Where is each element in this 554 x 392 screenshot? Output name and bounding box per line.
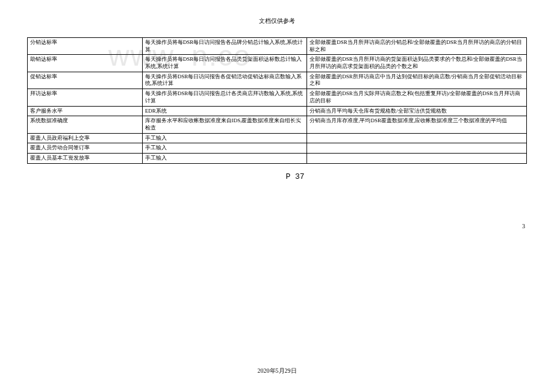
page-number: 3 — [522, 223, 525, 229]
table-row: 覆盖人员政府福利上交率手工输入 — [28, 133, 527, 143]
table-cell: 每天操作员将每DSR每日访问报告各品类货架面积达标数总计输入系统,系统计算 — [142, 55, 307, 72]
table-row: 助销达标率每天操作员将每DSR每日访问报告各品类货架面积达标数总计输入系统,系统… — [28, 55, 527, 72]
table-row: 覆盖人员劳动合同签订率手工输入 — [28, 143, 527, 154]
table-cell: 库存服务水平和应收帐数据准度来自IDS,覆盖数据准度来自组长实检查 — [142, 116, 307, 133]
table-cell: 全部做覆盖的DSR当月实际拜访商店数之和(包括重复拜访)/全部做覆盖的DSR当月… — [307, 89, 527, 106]
table-cell: EDR系统 — [142, 106, 307, 116]
table-cell: 覆盖人员基本工资发放率 — [28, 153, 143, 163]
table-cell: 全部做覆盖的DSR所拜访商店中当月达到促销目标的商店数/分销商当月全部促销活动目… — [307, 72, 527, 89]
table-cell: 系统数据准确度 — [28, 116, 143, 133]
table-cell — [307, 133, 527, 143]
table-cell: 分销商当月库存准度,平均DSR覆盖数据准度,应收帐数据准度三个数据准度的平均值 — [307, 116, 527, 133]
table-cell: 每天操作员将DSR每日访问报告总计各类商店拜访数输入系统,系统计算 — [142, 89, 307, 106]
date-footer: 2020年5月29日 — [0, 367, 554, 375]
table-row: 分销达标率每天操作员将每DSR每日访问报告各品牌分销总计输入系统,系统计算全部做… — [28, 38, 527, 55]
table-row: 系统数据准确度库存服务水平和应收帐数据准度来自IDS,覆盖数据准度来自组长实检查… — [28, 116, 527, 133]
table-cell: 覆盖人员政府福利上交率 — [28, 133, 143, 143]
table-cell: 助销达标率 — [28, 55, 143, 72]
table-cell: 全部做覆盖的DSR当月所拜访商的货架面积达到品类要求的个数总和/全部做覆盖的DS… — [307, 55, 527, 72]
table-cell: 手工输入 — [142, 133, 307, 143]
table-row: 拜访达标率每天操作员将DSR每日访问报告总计各类商店拜访数输入系统,系统计算全部… — [28, 89, 527, 106]
table-cell: 手工输入 — [142, 153, 307, 163]
data-table: 分销达标率每天操作员将每DSR每日访问报告各品牌分销总计输入系统,系统计算全部做… — [27, 37, 527, 164]
table-cell: 覆盖人员劳动合同签订率 — [28, 143, 143, 154]
table-cell: 每天操作员将DSR每日访问报告各促销活动促销达标商店数输入系统,系统计算 — [142, 72, 307, 89]
table-row: 覆盖人员基本工资发放率手工输入 — [28, 153, 527, 163]
table-cell: 分销商当月平均每天仓库有货规格数/全部宝洁供货规格数 — [307, 106, 527, 116]
table-cell: 促销达标率 — [28, 72, 143, 89]
table-cell: 客户服务水平 — [28, 106, 143, 116]
table-cell — [307, 153, 527, 163]
table-row: 促销达标率每天操作员将DSR每日访问报告各促销活动促销达标商店数输入系统,系统计… — [28, 72, 527, 89]
table-cell: 分销达标率 — [28, 38, 143, 55]
document-header: 文档仅供参考 — [0, 0, 554, 37]
table-cell: 拜访达标率 — [28, 89, 143, 106]
table-cell — [307, 143, 527, 154]
table-row: 客户服务水平EDR系统分销商当月平均每天仓库有货规格数/全部宝洁供货规格数 — [28, 106, 527, 116]
page-label: P 37 — [36, 172, 554, 181]
table-cell: 手工输入 — [142, 143, 307, 154]
table-cell: 每天操作员将每DSR每日访问报告各品牌分销总计输入系统,系统计算 — [142, 38, 307, 55]
table-cell: 全部做覆盖DSR当月所拜访商店的分销总和/全部做覆盖的DSR当月所拜访的商店的分… — [307, 38, 527, 55]
